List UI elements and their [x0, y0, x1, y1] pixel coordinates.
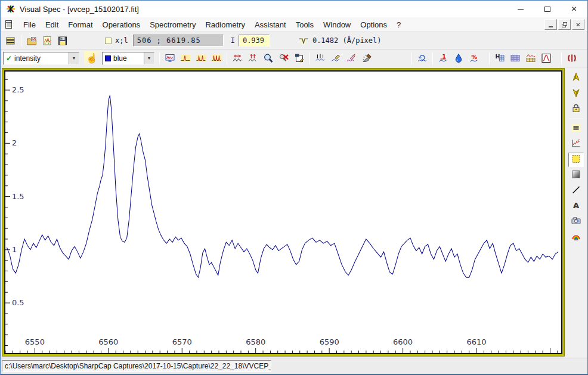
menu-bar: FileEditFormatOperationsSpectrometryRadi…	[1, 17, 587, 32]
line-ident-button[interactable]	[313, 51, 327, 65]
minimize-button[interactable]	[507, 1, 534, 17]
shift-horizontal-button[interactable]	[230, 51, 245, 65]
equals-icon	[571, 123, 581, 135]
menu-tools[interactable]: Tools	[291, 18, 318, 31]
close-icon: ✕	[571, 5, 577, 13]
two-peaks-icon	[196, 53, 206, 63]
chart-c-button[interactable]: c	[568, 137, 584, 151]
toolbar-separator	[227, 52, 227, 64]
gradient-button[interactable]	[568, 168, 584, 182]
series-select[interactable]: ✓intensity ▼	[3, 52, 79, 65]
save-button[interactable]	[55, 34, 70, 48]
profiles-icon	[5, 36, 16, 46]
one-peak-button[interactable]	[178, 51, 193, 65]
menu-spectrometry[interactable]: Spectrometry	[145, 18, 200, 31]
gaussian-fit-button[interactable]	[539, 51, 553, 65]
mdi-restore-icon	[562, 22, 567, 27]
dispersion-readout: 0.1482 (Å/pixel)	[312, 36, 382, 45]
toolbar-separator	[159, 52, 160, 64]
nav-down-button[interactable]	[568, 86, 584, 101]
svg-text:%: %	[472, 54, 478, 60]
periodic-table-button[interactable]	[508, 51, 522, 65]
check-icon: ✓	[6, 54, 12, 63]
line-ident-icon	[315, 53, 326, 63]
pen-button[interactable]	[329, 51, 343, 65]
padlock-button[interactable]	[568, 102, 584, 116]
toolbar-separator	[561, 52, 562, 64]
menu-[interactable]: ?	[392, 18, 406, 31]
red-filter-button[interactable]	[565, 51, 579, 65]
maximize-icon	[544, 7, 550, 12]
hand-pointer-button[interactable]: ☝	[84, 51, 100, 66]
toolbar-separator	[489, 52, 490, 64]
svg-text:0.5: 0.5	[12, 298, 24, 307]
unzoom-icon	[278, 53, 289, 63]
percent-button[interactable]: %	[467, 51, 481, 65]
table-profile-button[interactable]	[524, 51, 538, 65]
coord-readout: 506 ; 6619.85	[133, 35, 224, 47]
nav-up-button[interactable]	[568, 71, 584, 85]
text-a-button[interactable]: A	[568, 199, 584, 213]
menu-file[interactable]: File	[18, 18, 41, 31]
mdi-close-icon: ✕	[575, 21, 580, 28]
unzoom-button[interactable]	[277, 51, 291, 65]
close-button[interactable]: ✕	[561, 1, 587, 17]
svg-text:1: 1	[12, 245, 17, 254]
clipboard-icon	[294, 53, 305, 63]
pencil-icon	[346, 53, 357, 63]
svg-text:A: A	[573, 201, 579, 210]
menu-assistant[interactable]: Assistant	[250, 18, 291, 31]
menu-edit[interactable]: Edit	[41, 18, 63, 31]
undo-curve-button[interactable]	[415, 51, 429, 65]
profiles-button[interactable]	[4, 34, 18, 48]
clipboard-button[interactable]	[292, 51, 307, 65]
eraser-brush-button[interactable]	[360, 51, 374, 65]
padlock-icon	[571, 103, 581, 116]
rainbow-icon	[571, 231, 581, 244]
menu-radiometry[interactable]: Radiometry	[200, 18, 249, 31]
open-profile-button[interactable]	[40, 34, 54, 48]
coord-checkbox[interactable]	[105, 38, 112, 44]
svg-text:6550: 6550	[25, 337, 45, 346]
color-select-arrow[interactable]: ▼	[144, 52, 154, 64]
mdi-restore-button[interactable]	[558, 19, 571, 30]
profile-window-frame: 65506560657065806590660066100.511.522.5	[2, 68, 565, 357]
menu-operations[interactable]: Operations	[98, 18, 146, 31]
display-spectrum-button[interactable]	[163, 51, 177, 65]
window-title: Visual Spec - [vvcep_15102017.fit]	[20, 5, 139, 14]
water-drop-icon	[453, 53, 464, 63]
tools-toolbar-icons: 1%H	[162, 51, 580, 65]
svg-text:6570: 6570	[172, 337, 192, 346]
menu-options[interactable]: Options	[355, 18, 392, 31]
water-drop-button[interactable]	[451, 51, 466, 65]
undo-curve-icon	[417, 53, 428, 63]
equals-button[interactable]	[568, 122, 584, 136]
camera-button[interactable]	[568, 215, 584, 229]
series-select-arrow[interactable]: ▼	[69, 52, 79, 64]
sidebar-separator	[569, 119, 583, 119]
spectrum-plot[interactable]: 65506560657065806590660066100.511.522.5	[4, 70, 562, 354]
shift-vertical-button[interactable]	[246, 51, 260, 65]
two-peaks-button[interactable]	[194, 51, 208, 65]
red-filter-icon	[567, 53, 577, 63]
menu-format[interactable]: Format	[63, 18, 97, 31]
intensity-label: I	[231, 36, 235, 45]
mdi-minimize-button[interactable]	[544, 19, 557, 30]
menu-window[interactable]: Window	[318, 18, 355, 31]
normalize-one-button[interactable]: 1	[436, 51, 450, 65]
rainbow-button[interactable]	[568, 230, 584, 244]
pencil-button[interactable]	[344, 51, 358, 65]
selection-button[interactable]	[568, 153, 584, 167]
mdi-close-button[interactable]: ✕	[572, 19, 584, 30]
document-icon[interactable]	[4, 20, 14, 29]
color-select[interactable]: blue ▼	[102, 52, 154, 65]
gaussian-fit-icon	[541, 53, 552, 63]
open-image-button[interactable]	[24, 34, 39, 48]
zoom-button[interactable]	[261, 51, 276, 65]
diagonal-line-button[interactable]	[568, 184, 584, 198]
three-peaks-button[interactable]	[209, 51, 224, 65]
gradient-icon	[571, 169, 581, 182]
h-lines-table-button[interactable]: H	[493, 51, 507, 65]
tools-toolbar: ✓intensity ▼ ☝ blue ▼ 1%H	[1, 49, 587, 67]
maximize-button[interactable]	[534, 1, 561, 17]
